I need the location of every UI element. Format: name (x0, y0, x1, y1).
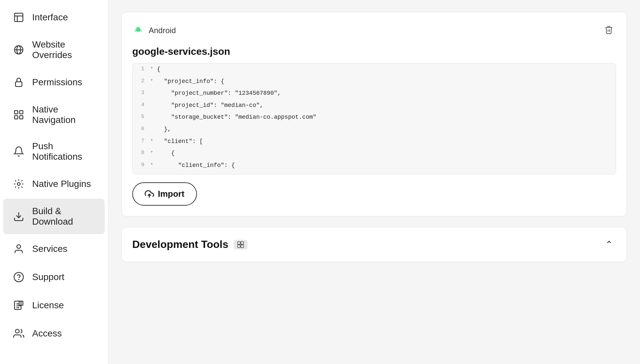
code-line: 7▾ "client": [ (133, 135, 616, 148)
svg-point-13 (17, 245, 20, 248)
code-block[interactable]: 1▾{2▾ "project_info": {3 "project_number… (132, 63, 616, 174)
code-line: 9▾ "client_info": { (133, 159, 616, 172)
sidebar-item-build-download[interactable]: Build & Download (3, 199, 105, 234)
line-content: "project_number": "1234567890", (157, 88, 616, 98)
line-content: "storage_bucket": "median-co.appspot.com… (157, 112, 616, 122)
svg-point-11 (17, 183, 20, 186)
line-content: "project_info": { (157, 76, 616, 87)
line-content: { (157, 148, 616, 158)
svg-rect-10 (20, 116, 23, 119)
line-content: }, (157, 124, 616, 134)
code-line: 6 }, (133, 123, 616, 135)
bell-icon (12, 145, 25, 158)
download-icon (12, 210, 25, 223)
line-toggle: ▾ (150, 64, 156, 72)
svg-point-14 (14, 273, 23, 282)
sidebar-item-label: Interface (32, 12, 68, 23)
line-toggle: ▾ (150, 160, 156, 168)
main-content: Android google-services.json 1▾{2▾ "proj… (108, 0, 640, 364)
layout-icon (12, 11, 25, 24)
collapse-button[interactable]: ⌃ (602, 238, 616, 251)
grid-icon (12, 109, 25, 121)
file-label: google-services.json (132, 46, 616, 57)
svg-rect-23 (238, 241, 240, 244)
sidebar-item-permissions[interactable]: Permissions (3, 69, 105, 96)
import-label: Import (158, 189, 184, 199)
sidebar-item-native-navigation[interactable]: Native Navigation (3, 97, 105, 132)
platform-label: Android (149, 26, 176, 35)
dev-tools-title: Development Tools (132, 238, 247, 251)
card-title-row: Android (132, 25, 176, 36)
sidebar-item-label: Access (32, 328, 62, 339)
line-toggle: ▾ (150, 136, 156, 144)
line-content: "client": [ (157, 136, 616, 147)
plugins-icon (12, 178, 25, 190)
line-content: "project_id": "median-co", (157, 100, 616, 111)
line-number: 8 (133, 148, 150, 158)
line-content: "mobilesdk_app_id": "1:1234567890:androi… (157, 172, 616, 174)
sidebar-item-label: Services (32, 244, 67, 254)
sidebar-item-access[interactable]: Access (3, 320, 105, 347)
line-number: 7 (133, 136, 150, 146)
dev-tools-label: Development Tools (132, 238, 228, 251)
help-icon (12, 271, 25, 283)
sidebar-item-website-overrides[interactable]: Website Overrides (3, 32, 105, 68)
sidebar-item-label: Push Notifications (32, 141, 96, 162)
sidebar-item-label: Support (32, 272, 64, 282)
access-icon (12, 327, 25, 340)
dev-tools-badge (234, 240, 247, 250)
line-toggle: ▾ (150, 76, 156, 84)
license-icon (12, 299, 25, 312)
code-line: 5 "storage_bucket": "median-co.appspot.c… (133, 111, 616, 123)
google-services-card: Android google-services.json 1▾{2▾ "proj… (121, 12, 627, 216)
dev-tools-section: Development Tools ⌃ (121, 227, 627, 262)
sidebar-item-label: Native Plugins (32, 179, 91, 189)
line-number: 3 (133, 88, 150, 98)
sidebar-item-interface[interactable]: Interface (3, 4, 105, 31)
line-number: 6 (133, 124, 150, 134)
code-line: 10 "mobilesdk_app_id": "1:1234567890:and… (133, 171, 616, 174)
sidebar-item-push-notifications[interactable]: Push Notifications (3, 134, 105, 169)
code-line: 3 "project_number": "1234567890", (133, 87, 616, 99)
svg-rect-25 (238, 245, 240, 247)
svg-rect-8 (20, 111, 23, 114)
sidebar-item-label: Website Overrides (32, 39, 96, 60)
svg-rect-6 (15, 82, 22, 87)
sidebar-item-label: Permissions (32, 77, 82, 88)
sidebar-item-license[interactable]: License (3, 292, 105, 319)
sidebar-item-services[interactable]: Services (3, 235, 105, 262)
globe-icon (12, 44, 25, 56)
code-line: 2▾ "project_info": { (133, 75, 616, 88)
line-content: "client_info": { (157, 160, 616, 171)
sidebar-item-native-plugins[interactable]: Native Plugins (3, 171, 105, 197)
sidebar: Interface Website Overrides Permissions (0, 0, 108, 364)
card-header: Android (132, 23, 616, 38)
code-line: 1▾{ (133, 63, 616, 75)
svg-rect-0 (14, 13, 23, 22)
svg-rect-7 (14, 111, 18, 114)
line-toggle: ▾ (150, 148, 156, 156)
sidebar-item-label: Native Navigation (32, 104, 96, 125)
svg-rect-26 (241, 245, 244, 247)
line-number: 5 (133, 112, 150, 122)
code-line: 8▾ { (133, 147, 616, 159)
sidebar-item-support[interactable]: Support (3, 264, 105, 291)
lock-icon (12, 76, 25, 89)
line-number: 9 (133, 160, 150, 170)
sidebar-item-label: License (32, 300, 64, 311)
svg-rect-24 (241, 241, 244, 244)
line-content: { (157, 64, 616, 74)
svg-rect-9 (14, 116, 18, 119)
line-number: 2 (133, 76, 150, 86)
dev-tools-header: Development Tools ⌃ (132, 238, 616, 251)
import-button[interactable]: Import (132, 182, 197, 206)
line-number: 1 (133, 64, 150, 74)
sidebar-item-label: Build & Download (32, 206, 96, 227)
person-icon (12, 243, 25, 255)
android-icon (132, 25, 144, 36)
svg-point-21 (15, 329, 19, 333)
delete-button[interactable] (602, 23, 616, 38)
line-number: 4 (133, 100, 150, 110)
line-number: 10 (133, 172, 150, 174)
code-line: 4 "project_id": "median-co", (133, 99, 616, 111)
